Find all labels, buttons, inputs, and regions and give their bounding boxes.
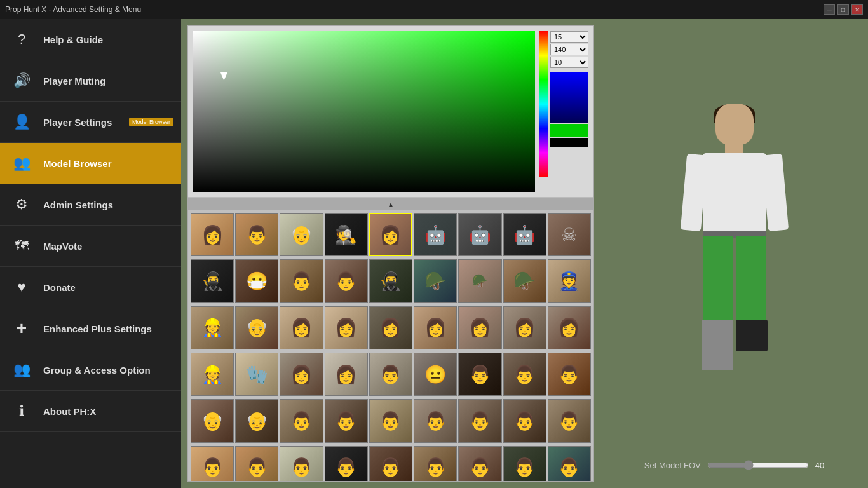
sidebar-item-player-settings[interactable]: 👤 Player Settings Model Browser — [0, 102, 181, 143]
sidebar-scroll[interactable]: ? Help & Guide 🔊 Player Muting 👤 Player … — [0, 19, 181, 488]
model-cell[interactable]: 👨 — [369, 399, 412, 442]
color-value-b-select[interactable]: 10 0 255 — [550, 57, 588, 68]
grid-scroll-up[interactable]: ▲ — [188, 198, 593, 210]
model-cell[interactable]: 🧤 — [235, 353, 278, 396]
model-cell[interactable]: 👴 — [280, 213, 323, 256]
model-cell[interactable]: 👷 — [191, 353, 234, 396]
sidebar-item-label: Donate — [43, 282, 76, 293]
minimize-button[interactable]: ─ — [824, 4, 835, 15]
model-cell[interactable]: 👨 — [325, 259, 368, 302]
model-cell[interactable]: 👨 — [235, 213, 278, 256]
model-cell[interactable]: 😐 — [414, 353, 457, 396]
model-cell[interactable]: 🪖 — [503, 259, 546, 302]
titlebar: Prop Hunt X - Advanced Setting & Menu ─ … — [0, 0, 868, 19]
model-cell[interactable]: 🤖 — [503, 213, 546, 256]
model-browser-icon: 👥 — [10, 152, 33, 175]
model-cell[interactable]: 👨 — [280, 446, 323, 481]
model-grid-container: ▲ 👩 👨 👴 🕵 👩 🤖 🤖 🤖 ☠ 🥷 😷 👨 � — [188, 198, 593, 481]
model-cell[interactable]: 🪖 — [458, 259, 501, 302]
model-cell[interactable]: 👩 — [458, 306, 501, 349]
main-layout: ? Help & Guide 🔊 Player Muting 👤 Player … — [0, 19, 868, 488]
model-cell[interactable]: 👴 — [191, 399, 234, 442]
model-cell[interactable]: 👨 — [503, 353, 546, 396]
model-cell[interactable]: 🥷 — [191, 259, 234, 302]
model-browser-panel: 15 0 255 140 0 255 — [187, 25, 594, 482]
sidebar-item-label: Player Muting — [43, 76, 105, 86]
sidebar-item-label: Enhanced Plus Settings — [43, 323, 152, 334]
donate-icon: ♥ — [10, 276, 33, 299]
model-cell[interactable]: 👨 — [369, 353, 412, 396]
model-cell[interactable]: 👨 — [458, 353, 501, 396]
model-cell[interactable]: 👨 — [503, 399, 546, 442]
model-cell[interactable]: 👩 — [369, 306, 412, 349]
model-cell[interactable]: 👩 — [280, 306, 323, 349]
model-cell[interactable]: 👨 — [414, 399, 457, 442]
sidebar-item-mapvote[interactable]: 🗺 MapVote — [0, 226, 181, 267]
sidebar-item-enhanced-plus[interactable]: + Enhanced Plus Settings — [0, 308, 181, 349]
model-cell[interactable]: 👷 — [191, 306, 234, 349]
model-cell[interactable]: 👩 — [414, 306, 457, 349]
sidebar-item-player-muting[interactable]: 🔊 Player Muting — [0, 60, 181, 102]
muting-icon: 🔊 — [10, 69, 33, 92]
color-input-g: 140 0 255 — [550, 44, 588, 55]
hue-bar[interactable] — [539, 31, 548, 177]
model-cell[interactable]: 😷 — [235, 259, 278, 302]
fov-value: 40 — [815, 461, 824, 470]
model-cell[interactable]: 👴 — [235, 306, 278, 349]
model-cell[interactable]: 👨 — [191, 446, 234, 481]
fov-slider[interactable] — [707, 460, 809, 470]
model-cell[interactable]: 👨 — [548, 446, 591, 481]
model-cell[interactable]: 👨 — [325, 446, 368, 481]
sidebar-item-admin-settings[interactable]: ⚙ Admin Settings — [0, 184, 181, 226]
model-cell[interactable]: 🥷 — [369, 259, 412, 302]
color-gradient[interactable] — [193, 31, 535, 192]
model-cell[interactable]: 👨 — [280, 259, 323, 302]
model-cell[interactable]: 👩 — [325, 306, 368, 349]
sidebar-item-label: Admin Settings — [43, 200, 113, 210]
model-cell[interactable]: 👩 — [548, 306, 591, 349]
model-cell[interactable]: ☠ — [548, 213, 591, 256]
group-access-icon: 👥 — [10, 358, 33, 381]
color-swatch-black[interactable] — [550, 138, 588, 147]
sidebar-item-help-guide[interactable]: ? Help & Guide — [0, 19, 181, 60]
model-cell[interactable]: 👨 — [280, 399, 323, 442]
sidebar-item-label: Player Settings — [43, 117, 112, 128]
color-value-r-select[interactable]: 15 0 255 — [550, 31, 588, 43]
model-cell-selected[interactable]: 👩 — [369, 213, 412, 256]
sidebar-item-group-access[interactable]: 👥 Group & Access Option — [0, 349, 181, 391]
model-cell[interactable]: 👴 — [235, 399, 278, 442]
model-cell[interactable]: 👨 — [235, 446, 278, 481]
sidebar-item-model-browser[interactable]: 👥 Model Browser — [0, 143, 181, 184]
sidebar-item-label: Help & Guide — [43, 34, 103, 45]
model-cell[interactable]: 👨 — [414, 446, 457, 481]
fov-label: Set Model FOV — [644, 461, 701, 470]
model-cell[interactable]: 🕵 — [325, 213, 368, 256]
model-cell[interactable]: 👨 — [369, 446, 412, 481]
model-cell[interactable]: 👩 — [280, 353, 323, 396]
char-head — [715, 104, 754, 145]
sidebar-item-label: Model Browser — [43, 158, 112, 169]
model-cell[interactable]: 👮 — [548, 259, 591, 302]
model-cell[interactable]: 👨 — [503, 446, 546, 481]
model-cell[interactable]: 👩 — [503, 306, 546, 349]
model-cell[interactable]: 🤖 — [458, 213, 501, 256]
about-icon: ℹ — [10, 400, 33, 423]
color-value-g-select[interactable]: 140 0 255 — [550, 44, 588, 55]
model-cell[interactable]: 👨 — [325, 399, 368, 442]
color-cursor — [220, 72, 227, 81]
close-button[interactable]: ✕ — [851, 4, 863, 15]
model-cell[interactable]: 👨 — [458, 446, 501, 481]
model-cell[interactable]: 👩 — [191, 213, 234, 256]
model-cell[interactable]: 🪖 — [414, 259, 457, 302]
model-cell[interactable]: 👨 — [548, 399, 591, 442]
maximize-button[interactable]: □ — [837, 4, 849, 15]
sidebar-item-donate[interactable]: ♥ Donate — [0, 267, 181, 308]
model-cell[interactable]: 🤖 — [414, 213, 457, 256]
model-cell[interactable]: 👨 — [548, 353, 591, 396]
model-cell[interactable]: 👩 — [325, 353, 368, 396]
sidebar-item-about[interactable]: ℹ About PH:X — [0, 391, 181, 432]
help-icon: ? — [10, 28, 33, 51]
color-swatch-green[interactable] — [550, 124, 588, 137]
char-boot-right — [736, 320, 768, 351]
model-cell[interactable]: 👨 — [458, 399, 501, 442]
